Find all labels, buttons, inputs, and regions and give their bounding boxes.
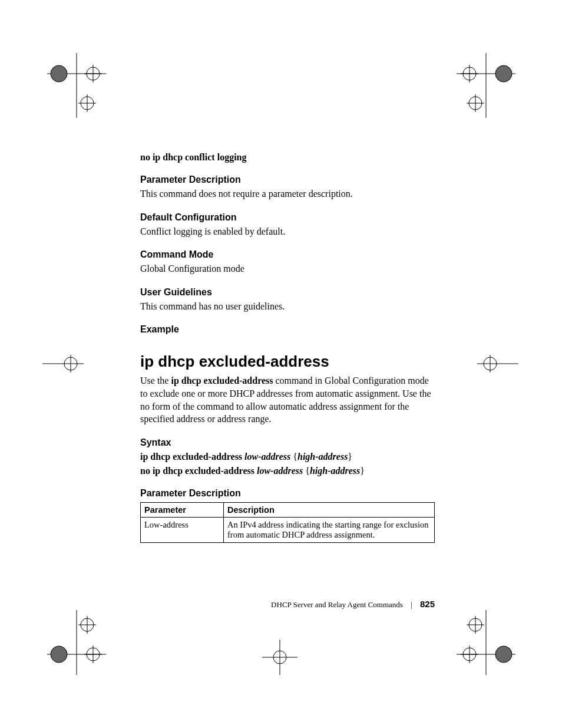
crop-mark-bottom-center: [262, 640, 297, 675]
heading-command-mode: Command Mode: [140, 249, 435, 260]
no-command-line: no ip dhcp conflict logging: [140, 152, 435, 163]
svg-point-17: [469, 97, 482, 110]
footer-separator: |: [411, 600, 412, 609]
footer-page-number: 825: [420, 599, 435, 609]
svg-point-40: [463, 648, 476, 661]
svg-point-14: [463, 67, 476, 80]
crop-mark-bottom-right: [457, 610, 515, 675]
svg-point-7: [81, 97, 94, 110]
svg-point-4: [87, 67, 100, 80]
table-row: Low-address An IPv4 address indicating t…: [141, 517, 435, 542]
svg-point-2: [51, 65, 67, 82]
syntax2-arg2: high-address: [310, 466, 360, 476]
svg-point-21: [64, 357, 77, 370]
table-header-parameter: Parameter: [141, 502, 224, 517]
crop-mark-mid-right: [477, 348, 518, 380]
text-command-mode: Global Configuration mode: [140, 262, 435, 275]
table-cell-parameter: Low-address: [141, 517, 224, 542]
syntax2-brace-open: {: [303, 466, 310, 476]
syntax2-cmd: no ip dhcp excluded-address: [140, 466, 257, 476]
syntax-line-1: ip dhcp excluded-address low-address {hi…: [140, 452, 435, 462]
syntax1-arg2: high-address: [297, 452, 348, 462]
table-cell-description: An IPv4 address indicating the starting …: [224, 517, 435, 542]
text-default-configuration: Conflict logging is enabled by default.: [140, 225, 435, 238]
intro-pre: Use the: [140, 375, 171, 386]
command-title: ip dhcp excluded-address: [140, 353, 435, 371]
svg-point-48: [273, 651, 286, 664]
intro-command-name: ip dhcp excluded-address: [171, 375, 273, 386]
page-footer: DHCP Server and Relay Agent Commands | 8…: [140, 599, 435, 610]
syntax-line-2: no ip dhcp excluded-address low-address …: [140, 466, 435, 476]
svg-point-38: [495, 646, 512, 663]
heading-user-guidelines: User Guidelines: [140, 287, 435, 298]
svg-point-24: [484, 357, 497, 370]
svg-point-30: [87, 648, 100, 661]
syntax1-cmd: ip dhcp excluded-address: [140, 452, 244, 462]
crop-mark-mid-left: [42, 348, 84, 380]
syntax2-brace-close: }: [360, 466, 365, 476]
text-user-guidelines: This command has no user guidelines.: [140, 300, 435, 313]
svg-point-43: [469, 618, 482, 631]
page-content: no ip dhcp conflict logging Parameter De…: [140, 152, 435, 543]
heading-default-configuration: Default Configuration: [140, 212, 435, 223]
crop-mark-top-right: [457, 53, 515, 118]
svg-point-33: [81, 618, 94, 631]
syntax1-brace-open: {: [290, 452, 297, 462]
heading-syntax: Syntax: [140, 437, 435, 448]
svg-point-12: [495, 65, 512, 82]
text-parameter-description: This command does not require a paramete…: [140, 187, 435, 200]
svg-point-28: [51, 646, 67, 663]
heading-parameter-description-2: Parameter Description: [140, 488, 435, 499]
footer-chapter: DHCP Server and Relay Agent Commands: [271, 600, 403, 609]
syntax2-arg1: low-address: [257, 466, 303, 476]
svg-point-39: [495, 646, 512, 663]
syntax1-arg1: low-address: [244, 452, 290, 462]
heading-parameter-description: Parameter Description: [140, 174, 435, 185]
page: { "section1": { "no_cmd": "no ip dhcp co…: [0, 0, 562, 728]
syntax1-brace-close: }: [348, 452, 352, 462]
svg-point-3: [51, 65, 67, 82]
parameter-table: Parameter Description Low-address An IPv…: [140, 502, 435, 543]
heading-example: Example: [140, 324, 435, 335]
svg-point-29: [51, 646, 67, 663]
table-header-row: Parameter Description: [141, 502, 435, 517]
command-intro: Use the ip dhcp excluded-address command…: [140, 374, 435, 425]
crop-mark-bottom-left: [47, 610, 106, 675]
svg-point-13: [495, 65, 512, 82]
table-header-description: Description: [224, 502, 435, 517]
crop-mark-top-left: [47, 53, 106, 118]
